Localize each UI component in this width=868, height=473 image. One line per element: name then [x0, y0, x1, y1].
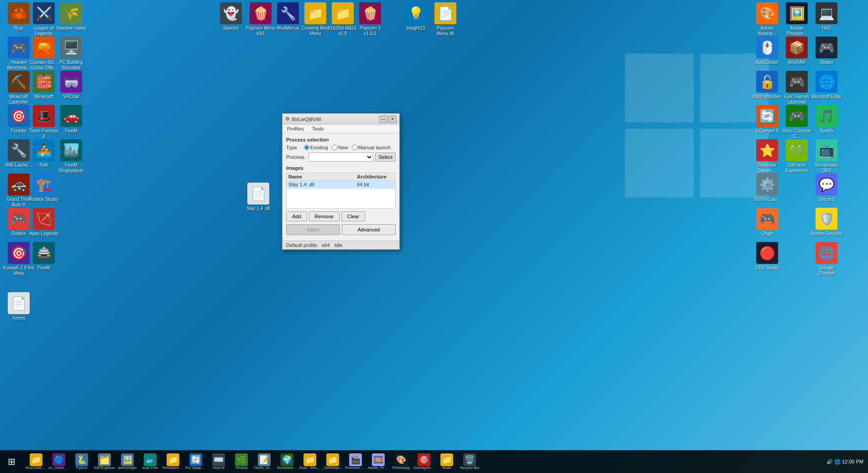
status-arch: x64: [322, 242, 330, 248]
menu-profiles[interactable]: Profiles: [285, 126, 306, 132]
desktop-icon-epic[interactable]: 🎮 Epic Games Launcher: [780, 71, 813, 105]
menu-tools[interactable]: Tools: [310, 126, 326, 132]
taskbar-icon-getintopc[interactable]: 📁 _Getintopc...: [322, 451, 344, 473]
desktop-icon-steam[interactable]: 🎮 Steam: [810, 37, 843, 65]
desktop-icon-popcorn3[interactable]: 🍿 Popcorn 3 v1.0.0: [354, 2, 387, 37]
taskbar-icon-holdw[interactable]: ⌨️ Hold W: [208, 451, 230, 473]
add-button[interactable]: Add: [286, 211, 307, 221]
dialog-minimize-button[interactable]: —: [379, 116, 387, 123]
status-profile: Default profile: [286, 242, 317, 248]
desktop-icon-stardew[interactable]: 🌾 Stardew Valley: [55, 2, 88, 31]
desktop-icon-fivem[interactable]: 🚗 FiveM: [55, 105, 88, 134]
desktop-icon-pcbuilding[interactable]: 🖥️ PC Building Simulator: [55, 37, 88, 71]
taskbar-icon-terraria[interactable]: 🌿 Terraria: [230, 451, 252, 473]
desktop-icon-spotify[interactable]: 🎵 Spotify: [810, 105, 843, 134]
taskbar-icon-overlayxhair[interactable]: 🎯 OverlayXhair: [413, 451, 435, 473]
taskbar-icon-rust-steker[interactable]: 📁 Rust-Steker...: [25, 451, 47, 473]
images-body: Slay 1.4 .dll 64 bit: [287, 181, 395, 208]
taskbar-icon-autofish[interactable]: 🐟 Auto Fish: [139, 451, 161, 473]
desktop-icon-slay-file[interactable]: 📄 Slay 1.4 .dll: [242, 183, 275, 211]
desktop-icon-roblox-studio[interactable]: 🏗️ Roblox Studio: [27, 173, 60, 202]
desktop-icon-geforce[interactable]: 💚 GeForce Experience: [780, 139, 813, 173]
taskbar: ⊞ 📁 Rust-Steker... 🔵 vs_communi... 🐍 Pyt…: [0, 450, 868, 473]
desktop-icon-msedge[interactable]: 🌐 Microsoft Edge: [810, 71, 843, 100]
desktop-icon-rockstar[interactable]: ⭐ Rockstar Games ...: [751, 139, 784, 173]
taskbar-icon-mods[interactable]: 📁 Mods: [436, 451, 458, 473]
taskbar-icon-vs[interactable]: 🔵 vs_communi...: [48, 451, 70, 473]
taskbar-icon-recyclebin[interactable]: 🗑️ Recycle Bin: [459, 451, 481, 473]
desktop-icon-popcorn-dll[interactable]: 📄 Popcorn Menu.dll: [429, 2, 462, 37]
radio-manual[interactable]: Manual launch: [352, 145, 391, 150]
desktop-icon-chrome[interactable]: 🌐 Google Chrome: [810, 242, 843, 276]
desktop: 🦀 Rust ⚔️ League of Legends 🌾 Stardew Va…: [0, 0, 868, 473]
status-state: Idle: [335, 242, 343, 248]
process-label: Process: [286, 154, 307, 160]
desktop-icon-fivem2[interactable]: 🚔 FiveM: [27, 242, 60, 271]
desktop-icon-adobe-illus[interactable]: 🎨 Adobe Illustrat...: [751, 2, 784, 37]
col-arch: Architecture: [357, 174, 393, 179]
taskbar-icon-nbtexplorer[interactable]: 🗂️ NBTExplorer: [94, 451, 115, 473]
select-button[interactable]: Select: [375, 152, 396, 162]
desktop-icon-obs[interactable]: 🔴 OBS Studio: [751, 242, 784, 271]
taskbar-icon-python[interactable]: 🐍 Python: [71, 451, 93, 473]
desktop-icon-streamlabs[interactable]: 📺 Streamlabs OBS: [810, 139, 843, 173]
desktop-icon-technicla[interactable]: ⚙️ TechnicLau...: [751, 173, 784, 202]
dialog-icon: ⚙: [285, 116, 290, 122]
dialog-statusbar: Default profile x64 Idle: [282, 241, 399, 249]
images-table: Name Architecture Slay 1.4 .dll 64 bit: [286, 173, 396, 209]
desktop-icon-xbox[interactable]: 🎮 Xbox Console C...: [780, 105, 813, 139]
dialog-body: Process selection Type Existing New: [282, 133, 399, 241]
taskbar-icon-adobe-pre[interactable]: 🎞️ Adobe_Pre...: [367, 451, 389, 473]
desktop-icon-norton[interactable]: 🛡️ Norton Security: [810, 208, 843, 236]
advanced-button[interactable]: Advanced: [342, 224, 396, 235]
dialog-titlebar: ⚙ IttsLwQijKiiW — ✕: [282, 114, 399, 125]
desktop-icon-xenos[interactable]: 📄 Xenos: [2, 292, 35, 321]
desktop-icon-apex[interactable]: 🏹 Apex Legends: [27, 208, 60, 236]
process-row: Process Select: [286, 152, 396, 162]
type-label: Type: [286, 145, 302, 150]
desktop-icon-vrchat[interactable]: 🥽 VRChat: [55, 71, 88, 100]
type-row: Type Existing New Manual launch: [286, 145, 396, 150]
images-header: Name Architecture: [287, 173, 395, 181]
taskbar-icon-photoshop-acc[interactable]: 🎨 Photoshop: [390, 451, 412, 473]
radio-existing[interactable]: Existing: [304, 145, 328, 150]
images-buttons: Add Remove Clear: [286, 211, 396, 221]
taskbar-icon-rust-short[interactable]: 📁 Rust - Short...: [299, 451, 321, 473]
images-section-label: Images: [286, 165, 396, 171]
taskbar-start-button[interactable]: ⊞: [0, 450, 23, 473]
desktop-icon-winrar[interactable]: 📦 WinRAR: [780, 37, 813, 65]
dialog-title: ⚙ IttsLwQijKiiW: [285, 116, 321, 122]
taskbar-icon-proswapper[interactable]: 🔄 Pro Swapper: [185, 451, 207, 473]
injector-dialog: ⚙ IttsLwQijKiiW — ✕ Profiles Tools Proce…: [282, 113, 400, 250]
inject-button[interactable]: Inject: [286, 224, 340, 235]
dialog-controls: — ✕: [379, 116, 397, 123]
radio-new[interactable]: New: [332, 145, 348, 150]
taskbar-icon-persistentw[interactable]: 📁 PersistentW...: [162, 451, 184, 473]
desktop-icon-insight[interactable]: 💡 Insight13: [399, 2, 432, 31]
taskbar-icon-welcomepic[interactable]: 🖼️ welcomepic: [116, 451, 138, 473]
desktop-icon-autoclicker[interactable]: 🖱️ AutoClicker: [751, 37, 784, 65]
taskbar-right: 🔊 🌐 12:00 PM: [826, 459, 868, 465]
taskbar-icon-tedt3[interactable]: 📝 TEdt3_v3.1...: [253, 451, 275, 473]
desktop-icon-discord[interactable]: 💬 Discord: [810, 173, 843, 202]
action-buttons: Inject Advanced: [286, 224, 396, 235]
clear-button[interactable]: Clear: [341, 211, 365, 221]
taskbar-icon-terrariaserver[interactable]: 🌍 TerrariaServer: [276, 451, 298, 473]
desktop-icon-gconvert[interactable]: 🔄 GConvert 5: [751, 105, 784, 134]
desktop-icon-hvd[interactable]: 💻 HvD: [810, 2, 843, 31]
taskbar-icon-premiere[interactable]: 🎬 Premiere Pro: [345, 451, 366, 473]
image-name-0: Slay 1.4 .dll: [288, 182, 357, 187]
remove-button[interactable]: Remove: [309, 211, 340, 221]
desktop-icon-origin[interactable]: 🎮 Origin: [751, 208, 784, 236]
desktop-icon-fivem-single[interactable]: 🏙️ FiveM Singleplayer: [55, 139, 88, 173]
image-arch-0: 64 bit: [357, 182, 393, 187]
desktop-icon-photoshop[interactable]: 🖼️ Adobe Photosh...: [780, 2, 813, 37]
type-radio-group: Existing New Manual launch: [304, 145, 391, 150]
desktop-icon-spectre[interactable]: 👻 Spectre: [214, 2, 247, 31]
desktop-icon-iobit[interactable]: 🔓 iObit Unlocker: [751, 71, 784, 100]
process-selection-label: Process selection: [286, 137, 396, 142]
process-select[interactable]: [309, 152, 373, 162]
taskbar-icons: 📁 Rust-Steker... 🔵 vs_communi... 🐍 Pytho…: [23, 451, 826, 473]
dialog-close-button[interactable]: ✕: [388, 116, 397, 123]
images-row-0[interactable]: Slay 1.4 .dll 64 bit: [287, 181, 395, 189]
